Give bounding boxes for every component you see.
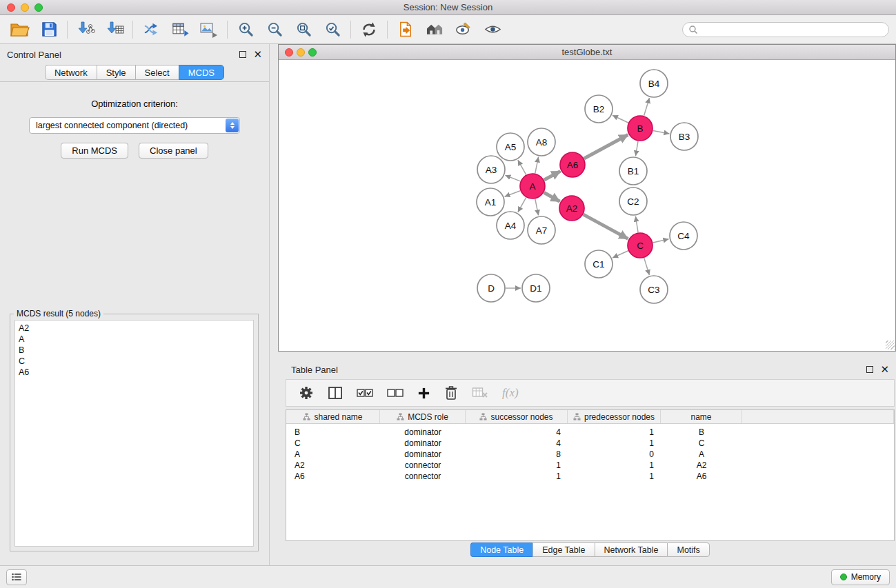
table-cell[interactable]: 1 (568, 427, 661, 437)
table-cell[interactable]: B (286, 427, 380, 437)
mcds-result-item[interactable]: A (19, 334, 250, 345)
column-header-name[interactable]: name (661, 410, 742, 423)
table-row[interactable]: Bdominator41B (286, 427, 894, 438)
table-cell[interactable]: 1 (568, 438, 661, 448)
close-panel-button[interactable]: Close panel (139, 143, 208, 159)
graph-node-C3[interactable]: C3 (640, 276, 668, 303)
close-window-button[interactable] (7, 3, 15, 12)
table-settings-button[interactable] (299, 385, 314, 401)
tab-select[interactable]: Select (135, 65, 179, 80)
tab-motifs[interactable]: Motifs (667, 543, 709, 557)
table-cell[interactable]: A6 (286, 472, 380, 481)
mcds-result-item[interactable]: B (19, 345, 250, 356)
minimize-window-button[interactable] (21, 3, 29, 12)
graph-node-A8[interactable]: A8 (528, 128, 555, 156)
zoom-out-button[interactable] (260, 17, 289, 42)
graph-edge-C-C2[interactable] (635, 216, 638, 233)
graph-node-A4[interactable]: A4 (497, 212, 524, 239)
table-cell[interactable]: A (661, 449, 742, 459)
table-cell[interactable]: dominator (380, 449, 466, 459)
graph-edge-B-B3[interactable] (653, 131, 670, 134)
new-network-button[interactable] (137, 17, 166, 42)
add-column-button[interactable] (417, 387, 430, 400)
graph-edge-A-A7[interactable] (535, 199, 539, 216)
annotation-button[interactable] (449, 17, 478, 42)
tab-network-table[interactable]: Network Table (595, 543, 668, 557)
graph-edge-A2-C[interactable] (584, 214, 628, 239)
graph-edge-B-B4[interactable] (644, 98, 650, 116)
network-minimize-button[interactable] (297, 48, 305, 57)
table-cell[interactable]: A (286, 449, 380, 459)
graph-edge-A-A3[interactable] (505, 175, 520, 181)
export-image-button[interactable] (195, 17, 223, 42)
graph-node-D[interactable]: D (477, 274, 505, 302)
close-panel-icon[interactable]: ✕ (253, 51, 262, 58)
memory-button[interactable]: Memory (831, 569, 890, 585)
import-table-button[interactable] (100, 17, 129, 42)
graph-node-A2[interactable]: A2 (559, 196, 584, 221)
table-cell[interactable]: 1 (466, 472, 568, 481)
function-builder-button[interactable]: f(x) (502, 386, 519, 400)
graph-edge-A-A5[interactable] (518, 160, 526, 174)
table-cell[interactable]: 4 (466, 438, 568, 448)
graph-node-B3[interactable]: B3 (670, 123, 698, 150)
graph-edge-A-A1[interactable] (505, 191, 521, 197)
table-cell[interactable]: C (661, 438, 742, 448)
graph-edge-A6-B[interactable] (584, 135, 628, 159)
graph-node-A5[interactable]: A5 (497, 133, 524, 161)
column-header-predecessor-nodes[interactable]: predecessor nodes (568, 410, 661, 423)
save-session-button[interactable] (34, 17, 63, 42)
table-cell[interactable]: 4 (466, 427, 568, 437)
table-cell[interactable]: connector (380, 460, 466, 470)
network-window-titlebar[interactable]: testGlobe.txt (279, 45, 895, 60)
select-all-button[interactable] (357, 387, 373, 399)
table-cell[interactable]: 8 (466, 449, 568, 459)
graph-node-A6[interactable]: A6 (560, 152, 585, 177)
zoom-selected-button[interactable] (318, 17, 347, 42)
column-header-shared-name[interactable]: shared name (286, 410, 380, 423)
table-row[interactable]: Cdominator41C (286, 438, 894, 449)
table-cell[interactable]: connector (380, 472, 466, 481)
tab-edge-table[interactable]: Edge Table (532, 543, 594, 557)
graph-edge-A-A2[interactable] (544, 192, 560, 201)
zoom-in-button[interactable] (231, 17, 260, 42)
table-cell[interactable]: 0 (568, 449, 661, 459)
network-zoom-button[interactable] (308, 48, 317, 57)
graph-node-C1[interactable]: C1 (585, 250, 613, 278)
tab-style[interactable]: Style (97, 65, 135, 80)
float-panel-icon[interactable] (239, 51, 246, 58)
network-graph[interactable]: B4B2BB3A8A5A6A3B1AC2A1A2A4A7C4CC1C3DD1 (279, 60, 895, 350)
network-close-button[interactable] (285, 48, 293, 57)
task-history-button[interactable] (6, 569, 27, 585)
graph-node-B2[interactable]: B2 (585, 95, 613, 123)
table-row[interactable]: A2connector11A2 (286, 460, 894, 471)
graph-node-C[interactable]: C (628, 233, 653, 258)
graph-edge-B-B1[interactable] (636, 141, 639, 156)
close-panel-icon[interactable]: ✕ (880, 366, 889, 373)
delete-table-button[interactable] (472, 386, 488, 400)
graph-node-D1[interactable]: D1 (522, 274, 550, 302)
graph-edge-A-A6[interactable] (544, 171, 561, 180)
mcds-result-item[interactable]: A2 (19, 323, 250, 334)
open-file-button[interactable] (6, 17, 34, 42)
table-cell[interactable]: A2 (286, 460, 380, 470)
graph-node-A7[interactable]: A7 (528, 216, 555, 244)
graph-node-B[interactable]: B (628, 116, 653, 141)
table-row[interactable]: A6connector11A6 (286, 471, 894, 482)
tab-network[interactable]: Network (45, 65, 97, 80)
graph-node-B1[interactable]: B1 (619, 157, 647, 185)
run-mcds-button[interactable]: Run MCDS (61, 143, 128, 159)
table-cell[interactable]: 1 (568, 472, 661, 481)
graph-node-B4[interactable]: B4 (640, 70, 668, 97)
graph-edge-C-C3[interactable] (644, 258, 650, 275)
window-resize-handle[interactable] (886, 341, 895, 349)
graph-edge-A-A4[interactable] (518, 198, 526, 212)
show-columns-button[interactable] (328, 385, 343, 401)
mcds-result-list[interactable]: A2ABCA6 (14, 320, 254, 547)
search-input[interactable] (701, 25, 883, 34)
graph-edge-C-C1[interactable] (613, 251, 628, 258)
table-cell[interactable]: 1 (466, 460, 568, 470)
export-file-button[interactable] (391, 17, 420, 42)
column-header-mcds-role[interactable]: MCDS role (380, 410, 466, 423)
graph-node-C2[interactable]: C2 (619, 187, 647, 215)
